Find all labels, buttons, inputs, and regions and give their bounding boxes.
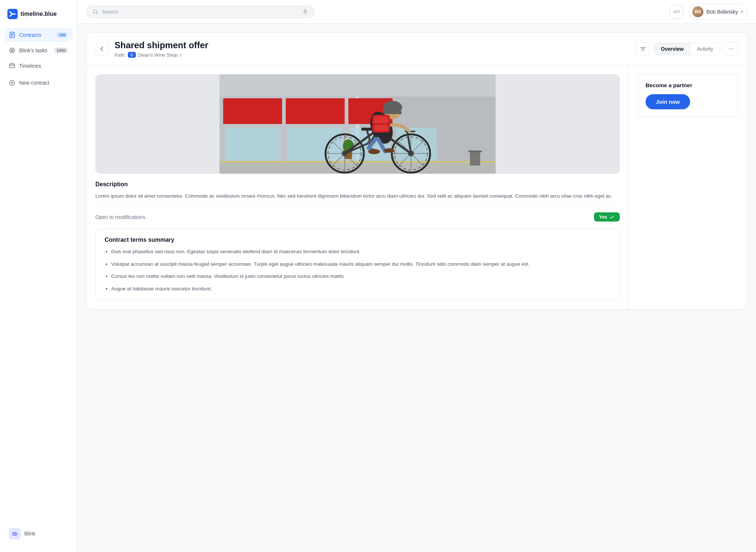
sidebar: timeline.blue Contracts 150 Blink's task… xyxy=(0,0,77,552)
search-input[interactable] xyxy=(102,9,299,15)
logo-icon xyxy=(7,9,18,19)
tasks-icon xyxy=(9,47,15,54)
new-contract-label: New contract xyxy=(19,80,49,86)
logo: timeline.blue xyxy=(4,6,73,26)
header-actions: Overview Activity xyxy=(636,42,738,56)
svg-point-25 xyxy=(731,49,731,49)
svg-point-71 xyxy=(396,111,398,113)
svg-point-72 xyxy=(368,149,380,154)
contract-header: Shared shipment offer Path: C Dean's Win… xyxy=(87,33,747,66)
chevron-down-icon: ▾ xyxy=(741,9,743,14)
code-label: </> xyxy=(673,9,680,14)
terms-section: Contract terms summary Duis erat phasell… xyxy=(95,229,620,300)
svg-rect-8 xyxy=(10,64,15,68)
search-bar[interactable] xyxy=(86,6,314,18)
svg-rect-42 xyxy=(470,152,480,166)
sidebar-item-blinks-tasks[interactable]: Blink's tasks 1050 xyxy=(4,43,73,57)
contract-main: Description Lorem ipsum dolor sit amet c… xyxy=(87,66,629,309)
sidebar-item-contracts[interactable]: Contracts 150 xyxy=(4,28,73,42)
svg-rect-32 xyxy=(286,98,345,124)
main-area: </> BB Bob Bobinsky ▾ Shared xyxy=(77,0,756,552)
tab-overview[interactable]: Overview xyxy=(654,43,690,55)
terms-title: Contract terms summary xyxy=(105,237,611,243)
header-right: </> BB Bob Bobinsky ▾ xyxy=(669,4,747,20)
contract-title: Shared shipment offer xyxy=(115,40,630,50)
join-now-button[interactable]: Join now xyxy=(646,94,690,109)
checkmark-icon xyxy=(609,215,615,220)
back-arrow-icon xyxy=(99,46,105,52)
list-item: Volutpat accumsan at suscipit massa feug… xyxy=(111,260,611,268)
filter-button[interactable] xyxy=(636,42,650,56)
breadcrumb-separator: / xyxy=(180,52,182,58)
filter-icon xyxy=(640,46,646,52)
header: </> BB Bob Bobinsky ▾ xyxy=(77,0,756,24)
breadcrumb-shop: Dean's Wine Shop xyxy=(138,52,177,58)
back-button[interactable] xyxy=(95,42,109,56)
contract-title-area: Shared shipment offer Path: C Dean's Win… xyxy=(115,40,630,58)
plus-icon xyxy=(9,79,15,86)
yes-value: Yes xyxy=(599,214,607,220)
more-dots-icon xyxy=(728,46,734,52)
user-name: Bob Bobinsky xyxy=(706,9,738,15)
breadcrumb: Path: C Dean's Wine Shop / xyxy=(115,52,630,58)
contract-image xyxy=(95,74,620,174)
content-area: Shared shipment offer Path: C Dean's Win… xyxy=(77,24,756,552)
breadcrumb-badge: C xyxy=(128,52,136,58)
blinks-tasks-label: Blink's tasks xyxy=(19,47,48,53)
svg-point-7 xyxy=(12,50,13,51)
code-button[interactable]: </> xyxy=(669,4,684,19)
blinks-tasks-badge: 1050 xyxy=(54,47,68,53)
list-item: Cursus leo non mattis nullam non velit m… xyxy=(111,272,611,280)
svg-rect-70 xyxy=(383,111,402,114)
description-text: Lorem ipsum dolor sit amet consectetur. … xyxy=(95,192,620,200)
svg-rect-19 xyxy=(305,9,306,12)
contracts-badge: 150 xyxy=(56,32,68,38)
blink-button[interactable]: Blink xyxy=(4,524,73,543)
contracts-icon xyxy=(9,32,15,38)
contract-body: Description Lorem ipsum dolor sit amet c… xyxy=(87,66,747,309)
microphone-icon[interactable] xyxy=(302,9,308,15)
search-icon xyxy=(92,9,98,15)
list-item: Duis erat phasellus sed risus non. Egest… xyxy=(111,248,611,256)
contracts-label: Contracts xyxy=(19,32,41,38)
list-item: Augue at habitasse mauris nascetur tinci… xyxy=(111,285,611,293)
blink-icon xyxy=(9,528,21,539)
svg-rect-31 xyxy=(223,98,282,124)
more-button[interactable] xyxy=(724,42,738,56)
modification-label: Open to modifications xyxy=(95,214,145,220)
delivery-image xyxy=(95,74,620,174)
svg-point-26 xyxy=(732,49,733,49)
terms-list: Duis erat phasellus sed risus non. Egest… xyxy=(105,248,611,293)
sidebar-bottom: Blink xyxy=(4,521,73,546)
svg-point-24 xyxy=(729,49,729,49)
svg-point-73 xyxy=(384,148,394,153)
svg-line-18 xyxy=(96,13,98,14)
breadcrumb-path-label: Path: xyxy=(115,52,126,58)
contract-sidebar: Become a partner Join now xyxy=(629,66,747,309)
svg-rect-43 xyxy=(468,151,482,152)
avatar: BB xyxy=(692,6,703,17)
app-name: timeline.blue xyxy=(21,11,57,17)
new-contract-button[interactable]: New contract xyxy=(4,76,73,90)
description-section: Description Lorem ipsum dolor sit amet c… xyxy=(95,181,620,222)
partner-card: Become a partner Join now xyxy=(638,74,738,117)
svg-rect-35 xyxy=(288,128,343,161)
yes-badge: Yes xyxy=(594,212,620,222)
contract-panel: Shared shipment offer Path: C Dean's Win… xyxy=(86,32,747,310)
modification-row: Open to modifications Yes xyxy=(95,206,620,222)
user-area[interactable]: BB Bob Bobinsky ▾ xyxy=(688,4,747,20)
contract-tabs: Overview Activity xyxy=(654,43,720,55)
sidebar-item-timelines[interactable]: Timelines xyxy=(4,59,73,73)
svg-rect-34 xyxy=(225,128,280,161)
timelines-icon xyxy=(9,63,15,69)
blink-label: Blink xyxy=(24,531,35,537)
description-title: Description xyxy=(95,181,620,188)
timelines-label: Timelines xyxy=(19,63,41,69)
tab-activity[interactable]: Activity xyxy=(690,43,720,55)
partner-title: Become a partner xyxy=(646,82,730,88)
